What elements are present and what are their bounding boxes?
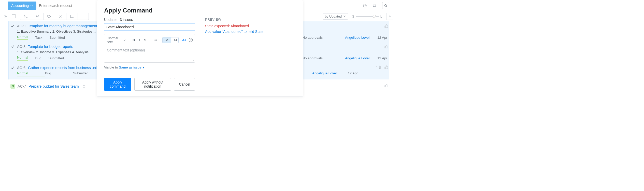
comment-editor: Normal text B I S ••• V M Aa ?: [104, 34, 195, 63]
attachment-count[interactable]: 1: [376, 65, 382, 69]
size-max-label: L: [380, 15, 382, 18]
assignee-link[interactable]: Angelique Lovell: [312, 71, 348, 76]
approvals-field: No approvals: [302, 56, 323, 60]
chevron-down-icon: [343, 15, 346, 18]
issue-id[interactable]: AC-8: [17, 45, 25, 49]
issue-title[interactable]: Template for monthly budget management: [28, 24, 97, 28]
state-field[interactable]: Submitted: [49, 56, 64, 60]
slider-track[interactable]: [356, 16, 379, 17]
tag-icon[interactable]: [44, 13, 55, 20]
apply-silent-button[interactable]: Apply without notification: [134, 78, 171, 91]
apply-command-button[interactable]: Apply command: [104, 78, 131, 91]
preview-heading: PREVIEW: [205, 18, 296, 21]
date-field: 12 Apr: [377, 36, 387, 39]
comment-placeholder: Comment text (optional): [107, 48, 145, 52]
vote-icon[interactable]: [384, 84, 388, 88]
visibility-value: Same as issue: [119, 65, 141, 69]
comment-textarea[interactable]: Comment text (optional) ⌟: [104, 46, 195, 62]
svg-point-11: [389, 16, 391, 17]
bold-button[interactable]: B: [131, 38, 136, 43]
chevron-down-icon: [124, 39, 126, 41]
checklist-icon[interactable]: [361, 2, 368, 9]
cancel-button[interactable]: Cancel: [174, 78, 195, 91]
text-style-select[interactable]: Normal text: [106, 36, 127, 44]
move-icon[interactable]: [66, 13, 78, 20]
assignee-icon[interactable]: [55, 13, 66, 20]
bulk-action-group: [20, 13, 89, 20]
lock-icon: [82, 85, 85, 88]
view-mode-toggle: V M: [162, 37, 178, 43]
slider-thumb[interactable]: [373, 15, 376, 18]
type-field[interactable]: Task: [35, 36, 42, 39]
strike-button[interactable]: S: [142, 38, 148, 43]
paperclip-icon: [379, 65, 382, 69]
checkmark-icon[interactable]: [10, 66, 15, 70]
svg-point-7: [60, 15, 61, 17]
gear-icon[interactable]: [386, 13, 393, 20]
link-icon[interactable]: [32, 13, 44, 20]
project-label: Accounting: [11, 4, 29, 8]
expand-sidebar-icon[interactable]: [4, 15, 7, 18]
svg-rect-8: [70, 15, 73, 18]
text-format-icon[interactable]: Aa: [182, 38, 187, 42]
assignee-link[interactable]: Angelique Lovell: [345, 36, 370, 39]
sort-selector[interactable]: by Updated: [323, 13, 348, 20]
approvals-field: No approvals: [302, 36, 323, 39]
issue-title[interactable]: Template for budget reports: [28, 45, 73, 49]
updates-count: 3 issues: [120, 18, 133, 22]
type-field[interactable]: Bug: [35, 56, 41, 60]
visibility-select[interactable]: Same as issue ▾: [119, 65, 144, 69]
issue-id[interactable]: AC-7: [18, 84, 26, 88]
command-input[interactable]: [104, 23, 195, 31]
svg-rect-13: [83, 86, 85, 88]
issue-title[interactable]: Prepare budget for Sales team: [28, 84, 79, 88]
italic-button[interactable]: I: [137, 38, 141, 43]
chevron-down-icon: [30, 4, 33, 7]
project-selector[interactable]: Accounting: [8, 2, 36, 10]
updates-summary: Updates 3 issues: [104, 18, 195, 22]
markdown-mode-button[interactable]: M: [171, 37, 179, 43]
more-actions-icon[interactable]: [78, 13, 89, 20]
svg-point-12: [390, 16, 390, 17]
more-format-button[interactable]: •••: [152, 38, 159, 43]
visual-mode-button[interactable]: V: [163, 37, 171, 43]
type-field[interactable]: Bug: [45, 71, 73, 76]
resize-handle-icon[interactable]: ⌟: [193, 58, 194, 62]
card-size-slider[interactable]: S L: [352, 15, 382, 18]
size-min-label: S: [352, 15, 354, 18]
issue-id[interactable]: AC-9: [17, 24, 25, 28]
issue-id[interactable]: AC-6: [17, 66, 25, 70]
vote-icon[interactable]: [384, 45, 388, 49]
visibility-label: Visible to: [104, 65, 118, 69]
svg-line-4: [386, 6, 387, 7]
svg-point-3: [385, 5, 387, 7]
priority-field[interactable]: Normal: [17, 56, 28, 61]
state-field[interactable]: Submitted: [49, 36, 65, 39]
vote-icon[interactable]: [384, 24, 388, 28]
topbar-actions: [361, 2, 389, 9]
assignee-link[interactable]: Angelique Lovell: [345, 56, 370, 60]
date-field: 12 Apr: [348, 71, 363, 76]
checkmark-icon[interactable]: [10, 45, 15, 49]
attachment-count-value: 1: [376, 65, 378, 69]
help-icon[interactable]: ?: [189, 38, 193, 42]
settings-sliders-icon[interactable]: [371, 2, 378, 9]
dialog-title: Apply Command: [104, 7, 296, 14]
date-field: 12 Apr: [377, 56, 387, 60]
svg-point-0: [363, 4, 366, 7]
preview-suggestion-link[interactable]: Add value "Abandoned" to field State: [205, 30, 296, 34]
vote-icon[interactable]: [384, 65, 388, 69]
search-icon[interactable]: [382, 2, 389, 9]
sort-label-text: by Updated: [325, 15, 342, 18]
dialog-actions: Apply command Apply without notification…: [104, 78, 195, 91]
priority-field[interactable]: Normal: [17, 71, 45, 76]
select-all-checkbox[interactable]: [12, 14, 16, 18]
new-badge: N: [10, 84, 15, 89]
visibility-row: Visible to Same as issue ▾: [104, 65, 195, 69]
issue-title[interactable]: Gather expense reports from business uni…: [28, 66, 99, 70]
checkmark-icon[interactable]: [10, 24, 15, 28]
apply-command-dialog: Apply Command Updates 3 issues Normal te…: [97, 0, 303, 97]
priority-field[interactable]: Normal: [17, 35, 28, 40]
command-icon[interactable]: [20, 13, 32, 20]
svg-point-6: [48, 16, 49, 16]
